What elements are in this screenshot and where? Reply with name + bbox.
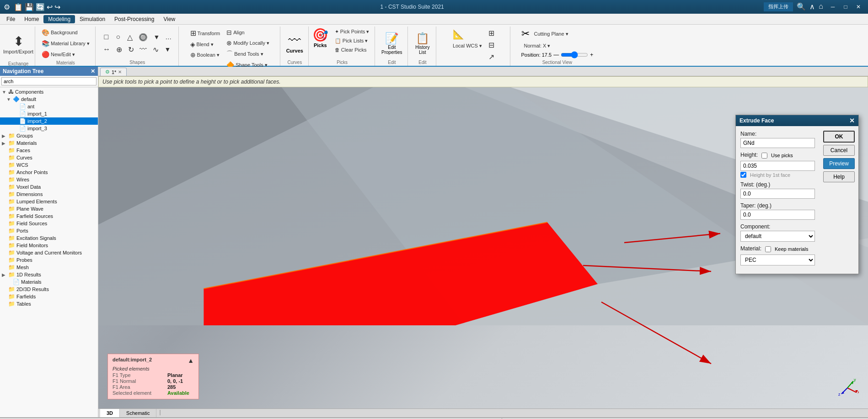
local-wcs-btn[interactable]: Local WCS ▾	[450, 42, 485, 50]
ok-button[interactable]: OK	[823, 131, 855, 143]
help-button[interactable]: Help	[823, 171, 855, 182]
tree-item-lumped[interactable]: 📁 Lumped Elements	[0, 198, 98, 205]
nav-tree-close[interactable]: ✕	[91, 68, 95, 74]
height-by-1st-face-checkbox[interactable]	[740, 172, 746, 178]
wcs-btn-2[interactable]: ⊞	[486, 27, 498, 39]
shape-btn-2[interactable]: ○	[113, 32, 123, 43]
dialog-close-btn[interactable]: ✕	[849, 117, 855, 124]
cancel-button[interactable]: Cancel	[823, 145, 855, 156]
wcs-icon-btn[interactable]: 📐	[450, 27, 485, 41]
shape-btn-1[interactable]: □	[101, 32, 112, 43]
tree-item-ant[interactable]: 📄 ant	[0, 103, 98, 110]
shape-btn-8[interactable]: ⊕	[113, 44, 124, 55]
use-picks-checkbox[interactable]	[761, 153, 767, 159]
minimize-btn[interactable]: ─	[827, 2, 839, 11]
tree-item-farfield[interactable]: 📁 Farfield Sources	[0, 212, 98, 220]
curves-label[interactable]: Curves	[286, 48, 303, 53]
viewport-tab-main[interactable]: ⚙ 1* ✕	[100, 68, 127, 76]
tree-item-components[interactable]: ▼ 🖧 Components	[0, 88, 98, 95]
nav-search-input[interactable]	[1, 77, 96, 85]
shape-btn-12[interactable]: ▼	[162, 44, 173, 55]
shape-btn-11[interactable]: ∿	[150, 44, 161, 55]
tree-item-faces[interactable]: 📁 Faces	[0, 147, 98, 154]
shape-btn-3[interactable]: △	[124, 32, 135, 43]
name-input[interactable]	[740, 138, 815, 148]
shape-btn-10[interactable]: 〰	[137, 44, 149, 55]
tree-item-wires[interactable]: 📁 Wires	[0, 176, 98, 183]
menu-home[interactable]: Home	[20, 15, 43, 23]
tree-item-wcs[interactable]: 📁 WCS	[0, 161, 98, 169]
shape-btn-5[interactable]: ▼	[151, 32, 162, 43]
tree-item-ports[interactable]: 📁 Ports	[0, 227, 98, 234]
shape-btn-6[interactable]: …	[163, 32, 174, 43]
menu-modeling[interactable]: Modeling	[43, 15, 75, 23]
preview-button[interactable]: Preview	[823, 158, 855, 169]
tree-item-farfields[interactable]: 📁 Farfields	[0, 293, 98, 300]
background-btn[interactable]: 🎨 Background	[39, 27, 80, 37]
pick-lists-btn[interactable]: 📋 Pick Lists ▾	[332, 37, 372, 45]
menu-simulation[interactable]: Simulation	[75, 15, 110, 23]
tree-item-tables[interactable]: 📁 Tables	[0, 300, 98, 308]
twist-input[interactable]	[740, 189, 815, 199]
new-edit-btn[interactable]: 🔴 New/Edit ▾	[39, 49, 78, 59]
transform-btn[interactable]: ⊞ Transform	[188, 27, 223, 39]
tree-item-probes[interactable]: 📁 Probes	[0, 256, 98, 264]
shape-btn-7[interactable]: ↔	[101, 44, 113, 55]
edit-properties-label[interactable]: EditProperties	[381, 45, 402, 55]
cutting-plane-btn[interactable]: Cutting Plane ▾	[531, 30, 571, 38]
menu-view[interactable]: View	[159, 15, 180, 23]
tree-item-voxel[interactable]: 📁 Voxel Data	[0, 183, 98, 191]
normal-x-btn[interactable]: Normal: X ▾	[521, 42, 553, 50]
tree-item-materials[interactable]: ▶ 📁 Materials	[0, 139, 98, 147]
height-input[interactable]	[740, 161, 815, 171]
view-tab-3d[interactable]: 3D	[100, 409, 120, 417]
material-select[interactable]: PEC	[740, 255, 815, 265]
tree-item-mesh[interactable]: 📁 Mesh	[0, 264, 98, 271]
upload-btn[interactable]: 指挥上传	[764, 2, 793, 11]
component-select[interactable]: default	[740, 231, 815, 242]
viewport-3d[interactable]: default:import_2 ▲ Picked elements F1 Ty…	[98, 87, 868, 408]
tree-item-fieldsources[interactable]: 📁 Field Sources	[0, 220, 98, 227]
history-list-label[interactable]: HistoryList	[415, 45, 429, 55]
taper-input[interactable]	[740, 210, 815, 220]
material-library-btn[interactable]: 📚 Material Library ▾	[39, 38, 92, 48]
clear-picks-btn[interactable]: 🗑 Clear Picks	[332, 46, 372, 54]
tree-item-1dresults[interactable]: ▶ 📁 1D Results	[0, 271, 98, 278]
tree-item-planewave[interactable]: 📁 Plane Wave	[0, 205, 98, 212]
tree-label-faces: Faces	[16, 148, 30, 153]
tree-item-2d3d[interactable]: 📁 2D/3D Results	[0, 286, 98, 293]
maximize-btn[interactable]: □	[840, 2, 852, 11]
tree-item-default[interactable]: ▼ 🔷 default	[0, 95, 98, 103]
tree-item-excitation[interactable]: 📁 Excitation Signals	[0, 234, 98, 242]
tree-item-import3[interactable]: 📄 import_3	[0, 125, 98, 132]
tree-item-materials-sub[interactable]: 📄 Materials	[0, 278, 98, 286]
wcs-btn-3[interactable]: ⊟	[486, 39, 498, 51]
wcs-btn-4[interactable]: ↗	[486, 51, 498, 63]
align-btn[interactable]: ⊟ Align	[224, 27, 272, 37]
tree-item-import1[interactable]: 📄 import_1	[0, 110, 98, 117]
tree-item-dimensions[interactable]: 📁 Dimensions	[0, 191, 98, 198]
pick-points-btn[interactable]: ✦ Pick Points ▾	[332, 27, 372, 36]
tree-item-anchor[interactable]: 📁 Anchor Points	[0, 169, 98, 176]
close-btn[interactable]: ✕	[852, 2, 864, 11]
tree-item-groups[interactable]: ▶ 📁 Groups	[0, 132, 98, 139]
info-collapse[interactable]: ▲	[188, 357, 194, 364]
menu-file[interactable]: File	[2, 15, 20, 23]
shape-btn-4[interactable]: 🔘	[136, 32, 150, 43]
picks-label[interactable]: Picks	[314, 42, 327, 48]
bend-tools-btn[interactable]: ⌒ Bend Tools ▾	[224, 48, 272, 59]
shape-btn-9[interactable]: ↻	[125, 44, 136, 55]
import-export-btn[interactable]: ⬍ Import/Export	[5, 27, 32, 60]
modify-locally-btn[interactable]: ⊗ Modify Locally ▾	[224, 38, 272, 48]
boolean-btn[interactable]: ⊕ Boolean ▾	[188, 50, 223, 60]
keep-materials-checkbox[interactable]	[765, 246, 771, 252]
tree-item-import2[interactable]: 📄 import_2	[0, 117, 98, 125]
position-slider[interactable]	[561, 51, 588, 58]
view-tab-schematic[interactable]: Schematic	[120, 409, 156, 417]
menu-post-processing[interactable]: Post-Processing	[110, 15, 159, 23]
tab-close-btn[interactable]: ✕	[118, 69, 122, 74]
blend-btn[interactable]: ◈ Blend ▾	[188, 39, 223, 49]
tree-item-vcmonitors[interactable]: 📁 Voltage and Current Monitors	[0, 249, 98, 256]
tree-item-curves[interactable]: 📁 Curves	[0, 154, 98, 161]
tree-item-fieldmonitors[interactable]: 📁 Field Monitors	[0, 242, 98, 249]
